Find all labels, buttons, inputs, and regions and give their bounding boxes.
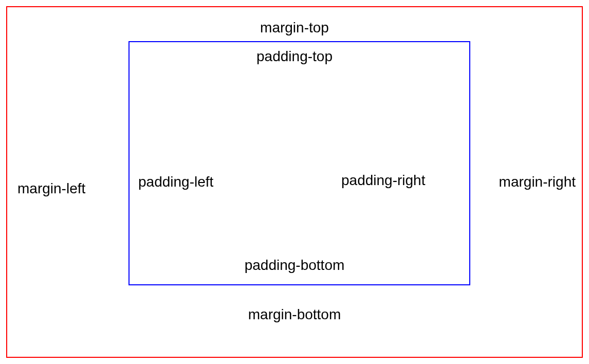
margin-box: margin-top margin-bottom margin-left mar… bbox=[6, 6, 583, 358]
padding-top-label: padding-top bbox=[256, 48, 333, 65]
padding-left-label: padding-left bbox=[138, 174, 213, 190]
padding-bottom-label: padding-bottom bbox=[245, 257, 345, 274]
margin-right-label: margin-right bbox=[499, 174, 576, 190]
margin-top-label: margin-top bbox=[260, 20, 329, 36]
margin-bottom-label: margin-bottom bbox=[248, 306, 341, 323]
padding-box bbox=[128, 41, 470, 285]
margin-left-label: margin-left bbox=[17, 180, 85, 197]
padding-right-label: padding-right bbox=[341, 172, 425, 189]
